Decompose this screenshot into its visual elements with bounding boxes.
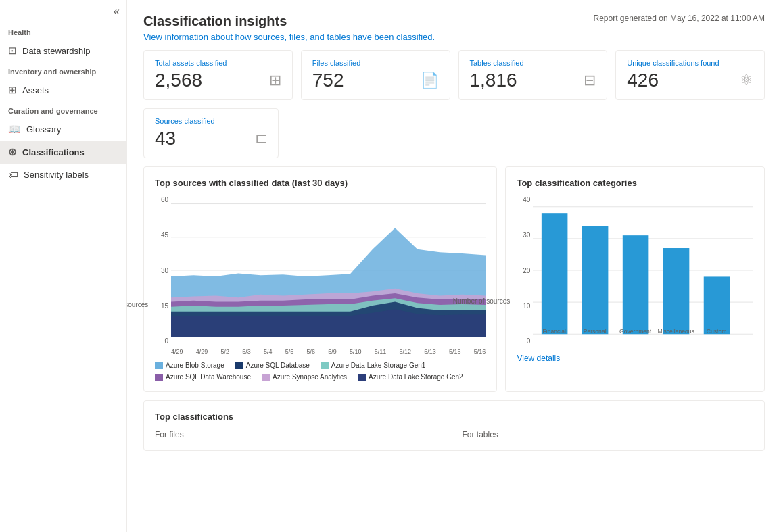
sidebar-item-label: Glossary — [26, 124, 61, 135]
stat-icon-1: 📄 — [421, 72, 439, 89]
stat-label-3: Unique classifications found — [627, 59, 753, 67]
svg-text:Personal: Personal — [584, 328, 607, 335]
section-health-label: Health — [0, 23, 126, 39]
area-chart-svg — [171, 196, 486, 345]
sidebar-item-classifications[interactable]: ⊛ Classifications — [0, 141, 126, 164]
data-stewardship-icon: ⊡ — [8, 45, 17, 57]
legend-color-5 — [358, 374, 366, 381]
stat-cards-row: Total assets classified 2,568 ⊞ Files cl… — [143, 50, 765, 100]
for-files-col: For files — [155, 430, 446, 439]
stat-icon-2: ⊟ — [584, 72, 596, 89]
svg-text:Government: Government — [620, 328, 653, 335]
glossary-icon: 📖 — [8, 123, 21, 135]
legend-label-3: Azure SQL Data Warehouse — [166, 373, 251, 381]
sidebar-item-label: Classifications — [22, 147, 85, 158]
stat-value-0: 2,568 — [155, 70, 202, 91]
section-curation-label: Curation and governance — [0, 101, 126, 118]
svg-rect-10 — [542, 213, 568, 334]
legend-color-2 — [321, 362, 329, 369]
sources-classified-value: 43 — [155, 128, 176, 149]
bar-chart-title: Top classification categories — [517, 178, 753, 188]
area-chart-legend: Azure Blob Storage Azure SQL Database Az… — [155, 362, 486, 381]
sidebar-item-label: Assets — [22, 85, 49, 95]
legend-label-0: Azure Blob Storage — [166, 362, 224, 369]
area-chart-ylabel: Number of sources — [127, 300, 148, 308]
stat-icon-3: ⚛ — [740, 72, 753, 89]
area-chart-wrapper: 4/294/295/25/35/45/55/65/95/105/115/125/… — [171, 196, 486, 355]
top-classifications-panel: Top classifications For files For tables — [143, 400, 765, 451]
bottom-cols: For files For tables — [155, 430, 753, 439]
charts-row: Top sources with classified data (last 3… — [143, 166, 765, 392]
legend-color-1 — [235, 362, 243, 369]
legend-label-2: Azure Data Lake Storage Gen1 — [331, 362, 426, 369]
sidebar-item-label: Sensitivity labels — [24, 170, 89, 180]
svg-rect-14 — [704, 276, 730, 334]
area-chart-xaxis: 4/294/295/25/35/45/55/65/95/105/115/125/… — [171, 348, 486, 355]
sources-classified-label: Sources classified — [155, 117, 267, 125]
sidebar: « Health ⊡ Data stewardship Inventory an… — [0, 0, 127, 532]
legend-item-0: Azure Blob Storage — [155, 362, 224, 369]
page-title: Classification insights — [143, 14, 435, 29]
stat-value-1: 752 — [312, 70, 344, 91]
bar-chart-yaxis: 403020100 — [517, 196, 533, 345]
collapse-button[interactable]: « — [0, 0, 126, 23]
area-chart-title: Top sources with classified data (last 3… — [155, 178, 486, 188]
legend-label-4: Azure Synapse Analytics — [273, 373, 347, 381]
sidebar-item-glossary[interactable]: 📖 Glossary — [0, 118, 126, 141]
sources-classified-card: Sources classified 43 ⊏ — [143, 108, 279, 158]
view-details-link[interactable]: View details — [517, 354, 560, 363]
bar-chart-panel: Top classification categories 403020100 — [505, 166, 765, 392]
stat-value-2: 1,816 — [470, 70, 517, 91]
sensitivity-icon: 🏷 — [8, 169, 18, 180]
area-chart-yaxis: 604530150 — [155, 196, 171, 345]
svg-text:Custom: Custom — [707, 328, 726, 335]
report-date: Report generated on May 16, 2022 at 11:0… — [593, 14, 765, 23]
legend-item-1: Azure SQL Database — [235, 362, 310, 369]
sources-classified-icon: ⊏ — [255, 130, 267, 147]
assets-icon: ⊞ — [8, 84, 17, 96]
bar-chart-wrapper: 403020100 — [517, 196, 753, 348]
for-files-label: For files — [155, 430, 446, 439]
stat-card-3: Unique classifications found 426 ⚛ — [615, 50, 765, 100]
svg-rect-13 — [663, 248, 690, 334]
for-tables-label: For tables — [463, 430, 754, 439]
sidebar-item-sensitivity-labels[interactable]: 🏷 Sensitivity labels — [0, 164, 126, 186]
svg-rect-11 — [582, 226, 609, 334]
sources-classified-row: Sources classified 43 ⊏ — [143, 108, 765, 158]
legend-label-5: Azure Data Lake Storage Gen2 — [369, 373, 463, 381]
sidebar-item-data-stewardship[interactable]: ⊡ Data stewardship — [0, 39, 126, 62]
stat-label-2: Tables classified — [470, 59, 596, 67]
svg-rect-12 — [623, 235, 649, 334]
bar-chart-svg: Financial Personal Government Miscellane… — [533, 196, 753, 345]
legend-item-5: Azure Data Lake Storage Gen2 — [358, 373, 463, 381]
stat-card-0: Total assets classified 2,568 ⊞ — [143, 50, 293, 100]
svg-text:Financial: Financial — [543, 328, 566, 335]
legend-label-1: Azure SQL Database — [246, 362, 310, 369]
title-block: Classification insights View information… — [143, 14, 435, 45]
page-subtitle: View information about how sources, file… — [143, 32, 435, 42]
stat-card-1: Files classified 752 📄 — [301, 50, 450, 100]
for-tables-col: For tables — [463, 430, 754, 439]
legend-item-4: Azure Synapse Analytics — [262, 373, 347, 381]
section-inventory-label: Inventory and ownership — [0, 62, 126, 78]
area-chart-panel: Top sources with classified data (last 3… — [143, 166, 497, 392]
legend-item-3: Azure SQL Data Warehouse — [155, 373, 251, 381]
classifications-icon: ⊛ — [8, 146, 17, 158]
legend-color-0 — [155, 362, 163, 369]
top-classifications-title: Top classifications — [155, 412, 753, 422]
sidebar-item-label: Data stewardship — [22, 46, 90, 56]
bar-chart-ylabel: Number of sources — [453, 297, 510, 304]
page-header: Classification insights View information… — [143, 14, 765, 45]
svg-text:Miscellaneous: Miscellaneous — [658, 328, 694, 335]
tables-link[interactable]: tables have been classified. — [327, 32, 435, 42]
stat-icon-0: ⊞ — [269, 72, 281, 89]
legend-color-3 — [155, 374, 163, 381]
stat-label-0: Total assets classified — [155, 59, 281, 67]
bar-chart-area: Financial Personal Government Miscellane… — [533, 196, 753, 348]
stat-card-2: Tables classified 1,816 ⊟ — [458, 50, 608, 100]
main-content: Classification insights View information… — [127, 0, 781, 532]
sidebar-item-assets[interactable]: ⊞ Assets — [0, 78, 126, 101]
stat-value-3: 426 — [627, 70, 659, 91]
legend-item-2: Azure Data Lake Storage Gen1 — [321, 362, 426, 369]
stat-label-1: Files classified — [312, 59, 439, 67]
